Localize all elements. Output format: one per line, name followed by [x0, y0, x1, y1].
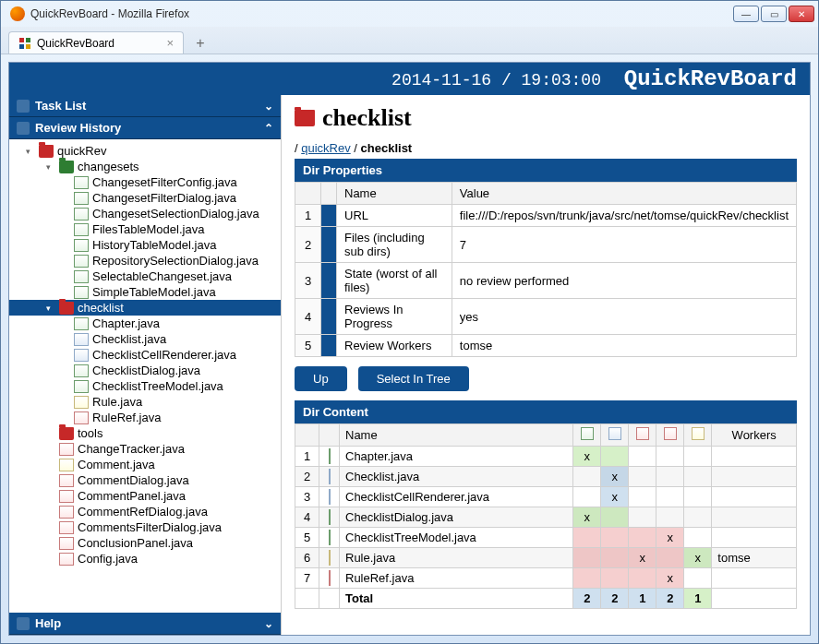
file-icon — [59, 506, 74, 519]
workers — [712, 568, 797, 589]
col-name: Name — [337, 183, 452, 205]
tree-item[interactable]: Chapter.java — [9, 316, 281, 331]
tree-item[interactable]: ChecklistCellRenderer.java — [9, 347, 281, 363]
table-row[interactable]: 2Checklist.javax — [295, 467, 797, 487]
tree-item[interactable]: SimpleTableModel.java — [9, 284, 281, 300]
panel-task-list[interactable]: Task List ⌄ — [9, 95, 281, 117]
tree-item[interactable]: ChecklistTreeModel.java — [9, 378, 281, 394]
tree-item[interactable]: SelectableChangeset.java — [9, 268, 281, 284]
file-icon — [74, 364, 89, 377]
table-row[interactable]: 7RuleRef.javax — [295, 568, 797, 589]
prop-name: Review Workers — [337, 335, 452, 357]
table-row[interactable]: 4ChecklistDialog.javax — [295, 507, 797, 528]
help-label: Help — [35, 616, 61, 630]
table-row[interactable]: 6Rule.javaxxtomse — [295, 548, 797, 568]
prop-value: no review performed — [452, 263, 796, 299]
tree-item[interactable]: ChecklistDialog.java — [9, 363, 281, 378]
tree-item[interactable]: RepositorySelectionDialog.java — [9, 253, 281, 268]
tree-item[interactable]: Rule.java — [9, 394, 281, 410]
state-green-icon — [581, 427, 594, 440]
breadcrumb-link[interactable]: quickRev — [301, 141, 350, 155]
state-blue-icon — [608, 427, 621, 440]
tree-item[interactable]: Config.java — [9, 551, 281, 566]
tree-item[interactable]: ConclusionPanel.java — [9, 535, 281, 551]
browser-tab[interactable]: QuickRevBoard × — [8, 31, 184, 54]
file-icon — [329, 509, 331, 525]
file-icon — [59, 443, 74, 456]
tree-item[interactable]: ▾changesets — [9, 159, 281, 174]
table-row: 5Review Workerstomse — [295, 335, 797, 357]
close-button[interactable]: ✕ — [789, 6, 814, 22]
state-red2-icon — [664, 427, 677, 440]
select-in-tree-button[interactable]: Select In Tree — [358, 366, 469, 391]
tree-item[interactable]: Checklist.java — [9, 331, 281, 347]
tab-close-icon[interactable]: × — [166, 36, 174, 50]
firefox-icon — [10, 6, 25, 21]
table-row[interactable]: 5ChecklistTreeModel.javax — [295, 528, 797, 548]
file-name: ChecklistTreeModel.java — [340, 528, 573, 548]
window-title: QuickRevBoard - Mozilla Firefox — [30, 7, 189, 20]
prop-value: 7 — [452, 227, 796, 263]
maximize-button[interactable]: ▭ — [761, 6, 787, 22]
tree-item[interactable]: ChangeTracker.java — [9, 441, 281, 457]
tree-item[interactable]: CommentsFilterDialog.java — [9, 519, 281, 535]
table-row: 4Reviews In Progressyes — [295, 299, 797, 335]
tree-label: ConclusionPanel.java — [78, 536, 193, 550]
file-icon — [74, 208, 89, 221]
main: checklist / quickRev / checklist Dir Pro… — [282, 95, 810, 635]
panel-review-history[interactable]: Review History ⌃ — [9, 117, 281, 139]
file-icon — [329, 550, 331, 566]
tree[interactable]: ▾quickRev▾changesetsChangesetFilterConfi… — [9, 139, 281, 613]
tree-item[interactable]: ChangesetFilterDialog.java — [9, 190, 281, 206]
table-row[interactable]: 3ChecklistCellRenderer.javax — [295, 487, 797, 507]
up-button[interactable]: Up — [295, 366, 347, 391]
tree-item[interactable]: ChangesetSelectionDialog.java — [9, 206, 281, 221]
table-row[interactable]: 1Chapter.javax — [295, 447, 797, 467]
tree-item[interactable]: HistoryTableModel.java — [9, 237, 281, 253]
tree-item[interactable]: tools — [9, 425, 281, 441]
file-name: Checklist.java — [340, 467, 573, 487]
twisty-icon: ▾ — [46, 162, 55, 172]
tree-item[interactable]: RuleRef.java — [9, 410, 281, 425]
workers — [712, 528, 797, 548]
tree-item[interactable]: FilesTableModel.java — [9, 221, 281, 237]
file-icon — [74, 239, 89, 252]
panel-help[interactable]: Help ⌄ — [9, 613, 281, 635]
help-icon — [17, 617, 30, 630]
prop-name: Files (including sub dirs) — [337, 227, 452, 263]
file-name: ChecklistCellRenderer.java — [340, 487, 573, 507]
tree-label: HistoryTableModel.java — [92, 238, 216, 252]
tree-label: ChangesetFilterDialog.java — [92, 191, 236, 205]
tree-item[interactable]: CommentPanel.java — [9, 488, 281, 504]
tree-item[interactable]: ChangesetFilterConfig.java — [9, 174, 281, 190]
page-title-text: checklist — [322, 104, 412, 132]
minimize-button[interactable]: — — [733, 6, 759, 22]
tree-item[interactable]: ▾quickRev — [9, 143, 281, 159]
tree-item[interactable]: Comment.java — [9, 457, 281, 472]
file-name: Rule.java — [340, 548, 573, 568]
file-icon — [74, 223, 89, 236]
total-row: Total22121 — [295, 589, 797, 609]
file-icon — [59, 537, 74, 550]
new-tab-button[interactable]: + — [189, 33, 211, 54]
tab-favicon — [18, 37, 31, 50]
chevron-down-icon: ⌄ — [264, 100, 273, 113]
window-buttons: — ▭ ✕ — [733, 6, 814, 22]
window: QuickRevBoard - Mozilla Firefox — ▭ ✕ Qu… — [0, 0, 819, 644]
tree-label: checklist — [78, 301, 124, 315]
tree-item[interactable]: CommentRefDialog.java — [9, 504, 281, 519]
total-label: Total — [340, 589, 573, 609]
tree-item[interactable]: CommentDialog.java — [9, 472, 281, 488]
workers: tomse — [712, 548, 797, 568]
review-history-label: Review History — [35, 121, 121, 135]
tree-item[interactable]: ▾checklist — [9, 300, 281, 316]
file-icon — [329, 489, 331, 505]
workers — [712, 467, 797, 487]
tree-label: ChecklistTreeModel.java — [92, 379, 223, 393]
file-icon — [329, 570, 331, 586]
file-icon — [59, 553, 74, 566]
col-value: Value — [452, 183, 796, 205]
tree-label: tools — [78, 426, 102, 440]
file-icon — [74, 396, 89, 409]
workers — [712, 487, 797, 507]
